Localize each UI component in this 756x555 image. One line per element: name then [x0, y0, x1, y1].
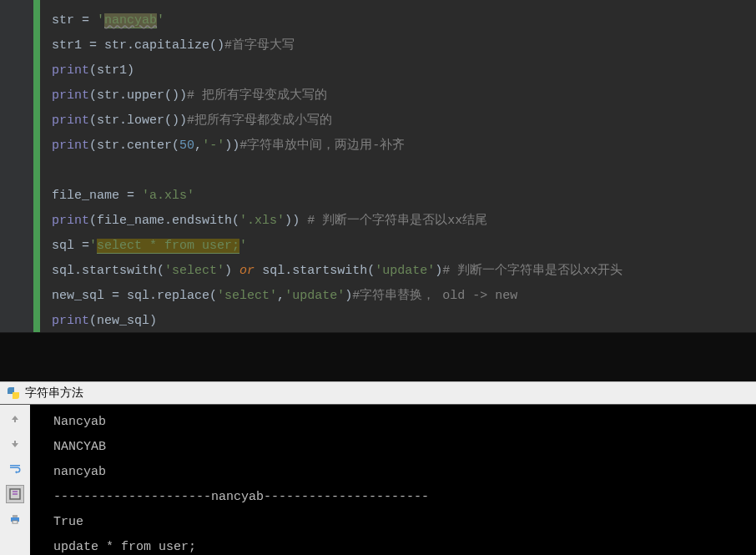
code-line-blank[interactable]	[52, 159, 756, 184]
code-line[interactable]: print(str.lower())#把所有字母都变成小写的	[52, 108, 756, 134]
output-line: NANCYAB	[53, 435, 756, 460]
code-line[interactable]: sql.startswith('select') or sql.startswi…	[52, 259, 756, 284]
code-line[interactable]: str = 'nancyab'	[52, 8, 756, 33]
print-button[interactable]	[6, 510, 24, 528]
console-toolbar	[0, 405, 30, 555]
python-icon	[7, 386, 20, 400]
output-line: Nancyab	[53, 410, 756, 435]
code-line[interactable]: str1 = str.capitalize()#首字母大写	[52, 33, 756, 58]
output-line: nancyab	[53, 460, 756, 485]
editor-footer	[0, 332, 756, 381]
code-line[interactable]: print(str1)	[52, 58, 756, 83]
code-area[interactable]: str = 'nancyab' str1 = str.capitalize()#…	[40, 0, 756, 332]
arrow-up-button[interactable]	[6, 410, 24, 428]
code-line[interactable]: print(str.upper())# 把所有字母变成大写的	[52, 83, 756, 108]
svg-rect-2	[13, 515, 18, 517]
change-marker	[33, 0, 40, 332]
code-line[interactable]: print(str.center(50,'-'))#字符串放中间，两边用-补齐	[52, 134, 756, 159]
console-tab[interactable]: 字符串方法	[0, 381, 756, 405]
console-area: Nancyab NANCYAB nancyab ----------------…	[0, 405, 756, 555]
code-line[interactable]: file_name = 'a.xls'	[52, 184, 756, 209]
scroll-button[interactable]	[6, 485, 24, 503]
code-line[interactable]: sql ='select * from user;'	[52, 234, 756, 259]
arrow-down-button[interactable]	[6, 435, 24, 453]
output-line: ---------------------nancyab------------…	[53, 485, 756, 510]
svg-rect-3	[13, 521, 18, 523]
code-line[interactable]: print(new_sql)	[52, 309, 756, 334]
console-output[interactable]: Nancyab NANCYAB nancyab ----------------…	[30, 405, 756, 555]
wrap-button[interactable]	[6, 460, 24, 478]
code-line[interactable]: new_sql = sql.replace('select','update')…	[52, 284, 756, 309]
output-line: update * from user;	[53, 535, 756, 555]
editor-gutter	[0, 0, 40, 332]
code-line[interactable]: print(file_name.endswith('.xls')) # 判断一个…	[52, 209, 756, 234]
editor-area: str = 'nancyab' str1 = str.capitalize()#…	[0, 0, 756, 332]
console-tab-label: 字符串方法	[25, 386, 83, 401]
output-line: True	[53, 510, 756, 535]
